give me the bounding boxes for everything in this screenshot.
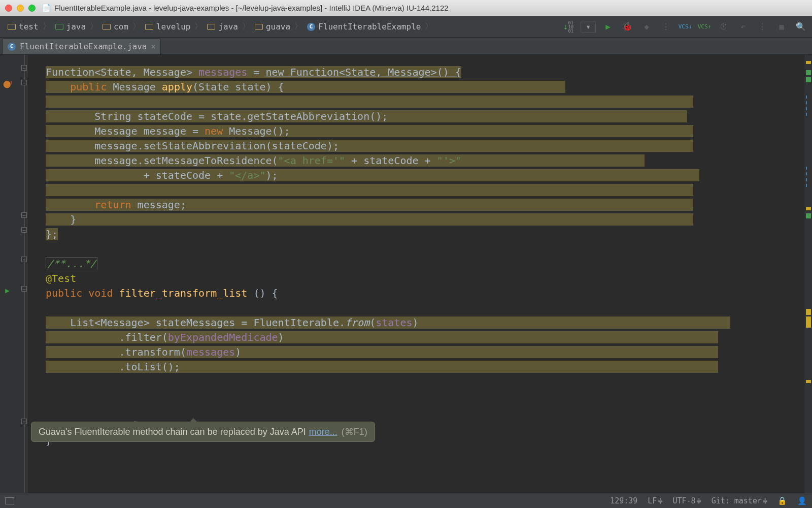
line-separator[interactable]: LF≑ bbox=[648, 496, 662, 505]
build-icon[interactable]: ⇣011001 bbox=[561, 20, 576, 34]
error-stripe[interactable] bbox=[804, 55, 812, 493]
fold-toggle[interactable]: – bbox=[21, 227, 27, 233]
vcs-update-button[interactable]: VCS↓ bbox=[678, 20, 692, 34]
editor: – ⬤↑ – – – + ▶ – – Function<State, Messa… bbox=[0, 55, 812, 493]
debug-button[interactable]: 🐞 bbox=[620, 20, 634, 34]
breadcrumb-label: FluentIterableExample bbox=[318, 22, 421, 31]
fold-toggle[interactable]: – bbox=[21, 65, 27, 71]
chevron-right-icon: 〉 bbox=[242, 21, 250, 32]
chevron-right-icon: 〉 bbox=[194, 21, 202, 32]
fold-toggle[interactable]: – bbox=[21, 286, 27, 292]
run-config-select[interactable]: ▾ bbox=[581, 21, 596, 33]
file-icon: 📄 bbox=[42, 4, 51, 13]
close-tab-icon[interactable]: × bbox=[151, 42, 155, 51]
search-icon[interactable]: 🔍 bbox=[794, 20, 808, 34]
minimize-window-button[interactable] bbox=[17, 5, 24, 12]
code-area[interactable]: Function<State, Message> messages = new … bbox=[28, 55, 804, 493]
inspection-tooltip: Guava's FluentIterable method chain can … bbox=[31, 422, 375, 442]
class-icon: C bbox=[8, 43, 16, 51]
chevron-right-icon: 〉 bbox=[294, 21, 302, 32]
tooltip-text: Guava's FluentIterable method chain can … bbox=[39, 427, 306, 437]
undo-icon[interactable]: ↶ bbox=[736, 20, 750, 34]
toolbar-separator: ⋮ bbox=[755, 20, 769, 34]
title-bar: 📄 FluentIterableExample.java - levelup-j… bbox=[0, 0, 812, 16]
tooltip-shortcut: (⌘F1) bbox=[342, 426, 367, 437]
status-bar: 129:39 LF≑ UTF-8≑ Git: master≑ 🔒 👤 bbox=[0, 493, 812, 508]
toolbar: ⇣011001 ▾ ▶ 🐞 ◆ ⋮ VCS↓ VCS↑ ⏱ ↶ ⋮ ▦ 🔍 bbox=[555, 20, 808, 34]
tab-label: FluentIterableExample.java bbox=[20, 42, 147, 51]
breadcrumb-label: com bbox=[114, 22, 128, 31]
breadcrumb-label: java bbox=[218, 22, 238, 31]
editor-tabs: C FluentIterableExample.java × bbox=[0, 38, 812, 55]
breadcrumb-label: guava bbox=[266, 22, 290, 31]
chevron-right-icon: 〉 bbox=[43, 21, 51, 32]
window-title: FluentIterableExample.java - levelup-jav… bbox=[54, 4, 449, 12]
chevron-right-icon: 〉 bbox=[132, 21, 141, 32]
breadcrumb-com[interactable]: com bbox=[99, 22, 131, 31]
breadcrumb-java2[interactable]: java bbox=[204, 22, 241, 31]
breadcrumb-label: levelup bbox=[156, 22, 190, 31]
fold-toggle[interactable]: – bbox=[21, 419, 27, 424]
breadcrumb-label: java bbox=[66, 22, 86, 31]
chevron-right-icon: 〉 bbox=[425, 21, 433, 32]
breadcrumb-java[interactable]: java bbox=[52, 22, 89, 31]
stopwatch-icon[interactable]: ⏱ bbox=[717, 20, 731, 34]
maximize-window-button[interactable] bbox=[28, 5, 36, 12]
breadcrumb: test〉 java〉 com〉 levelup〉 java〉 guava〉 C… bbox=[4, 21, 555, 32]
file-encoding[interactable]: UTF-8≑ bbox=[672, 496, 701, 505]
fold-toggle[interactable]: – bbox=[21, 80, 27, 85]
warning-icon[interactable]: ⬤↑ bbox=[3, 80, 15, 88]
breadcrumb-label: test bbox=[19, 22, 39, 31]
close-window-button[interactable] bbox=[5, 5, 12, 12]
run-button[interactable]: ▶ bbox=[601, 20, 615, 34]
inspection-indicator[interactable]: 👤 bbox=[797, 496, 807, 505]
read-only-toggle[interactable]: 🔒 bbox=[777, 496, 787, 505]
cursor-position[interactable]: 129:39 bbox=[610, 496, 637, 505]
vcs-commit-button[interactable]: VCS↑ bbox=[697, 20, 712, 34]
tab-fluentiterableexample[interactable]: C FluentIterableExample.java × bbox=[2, 38, 161, 54]
breadcrumb-guava[interactable]: guava bbox=[251, 22, 293, 31]
breadcrumb-test[interactable]: test bbox=[4, 22, 42, 31]
structure-icon[interactable]: ▦ bbox=[774, 20, 789, 34]
breadcrumb-levelup[interactable]: levelup bbox=[142, 22, 193, 31]
git-branch[interactable]: Git: master≑ bbox=[712, 496, 767, 505]
coverage-button[interactable]: ◆ bbox=[639, 20, 654, 34]
window-controls bbox=[5, 5, 36, 12]
fold-toggle[interactable]: – bbox=[21, 212, 27, 218]
gutter[interactable]: – ⬤↑ – – – + ▶ – – bbox=[0, 55, 28, 493]
tool-window-icon[interactable] bbox=[5, 497, 14, 504]
run-gutter-icon[interactable]: ▶ bbox=[5, 286, 10, 295]
toolbar-separator: ⋮ bbox=[659, 20, 673, 34]
breadcrumb-class[interactable]: CFluentIterableExample bbox=[303, 22, 424, 31]
tooltip-more-link[interactable]: more... bbox=[309, 427, 337, 437]
navigation-bar: test〉 java〉 com〉 levelup〉 java〉 guava〉 C… bbox=[0, 16, 812, 38]
chevron-right-icon: 〉 bbox=[90, 21, 98, 32]
fold-toggle-collapsed[interactable]: + bbox=[21, 257, 27, 262]
